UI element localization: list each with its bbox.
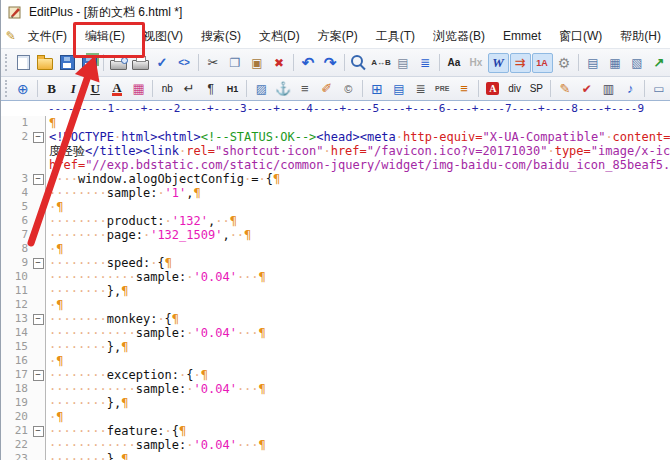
word-wrap-icon[interactable]: W xyxy=(488,53,509,73)
menu-tools[interactable]: 工具(T) xyxy=(367,25,424,48)
view-source-icon[interactable]: <> xyxy=(174,53,195,73)
code-line: 17−········exception:·{·¶ xyxy=(1,368,670,382)
copyright-icon[interactable]: © xyxy=(338,80,359,98)
fold-column xyxy=(31,410,45,424)
browser-globe-icon[interactable]: ⊕ xyxy=(13,80,34,98)
code-line: 22············sample:·'0.04'···¶ xyxy=(1,438,670,452)
font-color-icon[interactable]: A xyxy=(106,80,127,98)
multimedia-icon[interactable]: ▥ xyxy=(598,80,619,98)
menu-document[interactable]: 文档(D) xyxy=(250,25,309,48)
find-icon[interactable] xyxy=(349,53,370,73)
print-preview-icon[interactable] xyxy=(108,53,129,73)
quick-view-icon[interactable]: ▧ xyxy=(627,53,648,73)
line-numbers-icon[interactable]: 1A xyxy=(532,53,553,73)
undo-icon[interactable]: ↶ xyxy=(298,53,319,73)
heading-icon[interactable]: H1 xyxy=(222,80,243,98)
preferences-gear-icon[interactable]: ⚙ xyxy=(554,53,575,73)
menu-emmet[interactable]: Emmet xyxy=(494,26,550,46)
font-tag-icon[interactable]: A xyxy=(482,80,503,98)
menu-edit[interactable]: 编辑(E) xyxy=(76,25,134,48)
save-icon[interactable] xyxy=(57,53,78,73)
fold-column: − xyxy=(31,424,45,438)
form-icon[interactable]: ▭ xyxy=(649,80,670,98)
save-all-icon[interactable] xyxy=(79,53,100,73)
fold-toggle-icon[interactable]: − xyxy=(33,426,44,437)
fold-column xyxy=(31,158,45,172)
print-icon[interactable] xyxy=(130,53,151,73)
find-icon xyxy=(351,55,363,67)
fold-toggle-icon[interactable]: − xyxy=(33,174,44,185)
toolbar-grip[interactable] xyxy=(5,54,7,71)
line-number: 10 xyxy=(1,270,31,284)
edit-template-icon[interactable]: ✎ xyxy=(555,80,576,98)
code-line: 3−····window.alogObjectConfig·=·{¶ xyxy=(1,172,670,186)
spellcheck-icon[interactable]: ✓ xyxy=(152,53,173,73)
list-icon[interactable]: ≡ xyxy=(454,80,475,98)
sort-lines-icon[interactable]: ≣ xyxy=(415,53,436,73)
code-editor-area[interactable]: 1¶2−<!DOCTYPE·html><html><!--STATUS·OK--… xyxy=(1,116,670,460)
print-icon xyxy=(132,60,149,70)
fold-column: − xyxy=(31,368,45,382)
text-block-icon[interactable]: ▤ xyxy=(388,80,409,98)
document-list-icon[interactable]: ▤ xyxy=(583,53,604,73)
replace-icon[interactable]: A↔B xyxy=(371,53,392,73)
copy-icon[interactable]: ❐ xyxy=(225,53,246,73)
code-text: ············sample:·'0.04'···¶ xyxy=(45,270,266,284)
toolbar-grip[interactable] xyxy=(5,80,7,97)
check-syntax-icon[interactable]: ✔ xyxy=(576,80,597,98)
open-folder-icon[interactable] xyxy=(35,53,56,73)
font-icon[interactable]: Aa xyxy=(444,53,465,73)
table-icon[interactable]: ⊞ xyxy=(367,80,388,98)
line-number: 21 xyxy=(1,424,31,438)
fold-column xyxy=(31,200,45,214)
menu-project[interactable]: 方案(P) xyxy=(309,25,367,48)
toolbar-separator xyxy=(344,54,345,71)
italic-icon[interactable]: I xyxy=(63,80,84,98)
pre-tag-icon: PRE xyxy=(435,85,449,92)
redo-icon[interactable]: ↷ xyxy=(320,53,341,73)
fold-toggle-icon[interactable]: − xyxy=(33,370,44,381)
toolbar-separator xyxy=(478,80,479,97)
quick-view-icon: ▧ xyxy=(631,56,642,70)
menu-window[interactable]: 窗口(W) xyxy=(550,25,611,48)
hex-view-icon[interactable]: Hx xyxy=(466,53,487,73)
underline-icon[interactable]: U xyxy=(85,80,106,98)
fold-toggle-icon[interactable]: − xyxy=(33,314,44,325)
fold-toggle-icon[interactable]: − xyxy=(33,258,44,269)
delete-icon[interactable]: ✖ xyxy=(269,53,290,73)
pre-tag-icon[interactable]: PRE xyxy=(432,80,453,98)
center-icon[interactable]: ≣ xyxy=(410,80,431,98)
code-line: 6········product:·'132',··¶ xyxy=(1,214,670,228)
menu-view[interactable]: 视图(V) xyxy=(134,25,192,48)
menu-help[interactable]: 帮助(H) xyxy=(611,25,670,48)
open-external-icon[interactable]: ↗ xyxy=(649,53,670,73)
line-number: 18 xyxy=(1,382,31,396)
paragraph-icon[interactable]: ¶ xyxy=(200,80,221,98)
palette-icon[interactable]: ▦ xyxy=(128,80,149,98)
new-file-icon[interactable] xyxy=(13,53,34,73)
indent-guide-icon[interactable]: ⇉ xyxy=(510,53,531,73)
menu-search[interactable]: 搜索(S) xyxy=(192,25,250,48)
paste-icon[interactable]: ▣ xyxy=(247,53,268,73)
code-line: 1¶ xyxy=(1,116,670,130)
hr-icon[interactable]: ≡ xyxy=(294,80,315,98)
image-icon[interactable]: ▨ xyxy=(251,80,272,98)
span-tag-icon[interactable]: SP xyxy=(526,80,547,98)
music-icon[interactable]: ♪ xyxy=(620,80,641,98)
bold-icon[interactable]: B xyxy=(41,80,62,98)
window-tile-icon[interactable]: ▦ xyxy=(605,53,626,73)
cut-icon[interactable]: ✂ xyxy=(203,53,224,73)
div-tag-icon[interactable]: div xyxy=(504,80,525,98)
menu-browser[interactable]: 浏览器(B) xyxy=(424,25,494,48)
menu-file[interactable]: 文件(F) xyxy=(19,25,76,48)
line-number: 8 xyxy=(1,242,31,256)
anchor-icon[interactable]: ⚓ xyxy=(273,80,294,98)
nbsp-icon[interactable]: nb xyxy=(157,80,178,98)
list-icon: ≡ xyxy=(460,81,468,96)
highlight-pen-icon[interactable]: ✐ xyxy=(316,80,337,98)
code-line: 15········},¶ xyxy=(1,340,670,354)
line-break-icon[interactable]: ↵ xyxy=(179,80,200,98)
line-number xyxy=(1,158,31,172)
fold-toggle-icon[interactable]: − xyxy=(33,132,44,143)
goto-icon[interactable]: ▤ xyxy=(393,53,414,73)
